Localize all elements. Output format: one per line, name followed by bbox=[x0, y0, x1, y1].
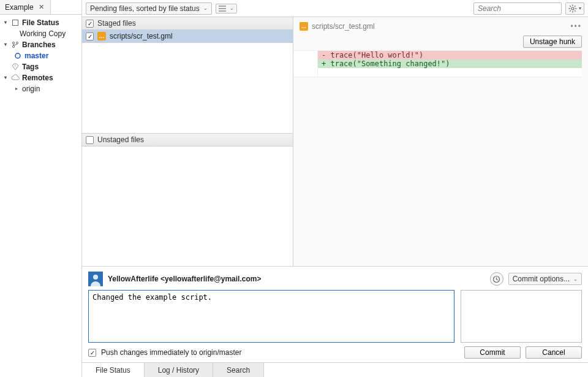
diff-text: - trace("Hello world!") bbox=[318, 51, 582, 59]
diff-line-removed: - trace("Hello world!") bbox=[293, 51, 582, 59]
commit-side-panel bbox=[461, 290, 582, 343]
sidebar-label: origin bbox=[22, 84, 40, 94]
chevron-down-icon: ⌄ bbox=[573, 276, 578, 282]
sidebar-item-tags[interactable]: Tags bbox=[2, 61, 79, 72]
file-row[interactable]: … scripts/scr_test.gml bbox=[82, 30, 293, 43]
chevron-down-icon: ▾ bbox=[579, 6, 581, 11]
sidebar-label: File Status bbox=[22, 18, 59, 28]
svg-point-4 bbox=[15, 53, 20, 58]
sidebar-item-file-status[interactable]: ▾ File Status bbox=[2, 17, 79, 28]
chevron-down-icon: ▾ bbox=[2, 18, 9, 28]
push-label: Push changes immediately to origin/maste… bbox=[101, 348, 241, 357]
sidebar-item-working-copy[interactable]: Working Copy bbox=[2, 28, 79, 39]
bottom-tabs: File Status Log / History Search bbox=[82, 362, 588, 377]
filter-dropdown[interactable]: Pending files, sorted by file status ⌄ bbox=[86, 2, 212, 15]
unstaged-header: Unstaged files bbox=[82, 134, 293, 147]
sidebar-label: Remotes bbox=[22, 73, 53, 83]
sidebar-label: master bbox=[24, 51, 48, 61]
search-input[interactable] bbox=[477, 4, 571, 13]
diff-body: - trace("Hello world!") + trace("Somethi… bbox=[293, 50, 582, 77]
file-panes: Staged files … scripts/scr_test.gml Unst… bbox=[82, 17, 293, 266]
file-modified-icon: … bbox=[300, 22, 308, 31]
svg-line-16 bbox=[570, 6, 571, 7]
file-modified-icon: … bbox=[97, 32, 106, 40]
svg-line-18 bbox=[575, 6, 576, 7]
diff-header: … scripts/scr_test.gml ••• bbox=[293, 17, 588, 33]
main-area: Pending files, sorted by file status ⌄ ⌄ bbox=[82, 0, 588, 377]
avatar bbox=[88, 272, 103, 286]
tag-icon bbox=[11, 63, 20, 71]
tab-label: File Status bbox=[96, 366, 130, 375]
cancel-button[interactable]: Cancel bbox=[526, 346, 582, 359]
diff-line-context bbox=[293, 68, 582, 77]
commit-author: YellowAfterlife <yellowafterlife@ymail.c… bbox=[108, 275, 261, 283]
search-box[interactable] bbox=[473, 2, 562, 15]
gear-icon bbox=[568, 4, 577, 13]
diff-file-path: scripts/scr_test.gml bbox=[312, 22, 375, 31]
staged-header: Staged files bbox=[82, 17, 293, 30]
chevron-down-icon: ⌄ bbox=[230, 6, 234, 11]
cloud-icon bbox=[11, 74, 20, 82]
diff-panel: … scripts/scr_test.gml ••• Unstage hunk … bbox=[293, 17, 588, 266]
filter-label: Pending files, sorted by file status bbox=[90, 4, 200, 13]
svg-point-11 bbox=[571, 7, 574, 10]
chevron-down-icon: ▾ bbox=[2, 73, 9, 83]
close-icon[interactable]: ✕ bbox=[37, 3, 45, 11]
view-mode-dropdown[interactable]: ⌄ bbox=[216, 4, 237, 13]
staged-header-label: Staged files bbox=[97, 19, 136, 28]
svg-line-17 bbox=[575, 10, 576, 12]
tab-file-status[interactable]: File Status bbox=[82, 363, 145, 377]
commit-options-label: Commit options... bbox=[513, 275, 570, 283]
sidebar-tree: ▾ File Status Working Copy ▾ Branches bbox=[0, 15, 81, 97]
svg-point-5 bbox=[15, 65, 16, 66]
current-branch-icon bbox=[13, 51, 22, 60]
tab-log-history[interactable]: Log / History bbox=[145, 363, 213, 377]
toolbar: Pending files, sorted by file status ⌄ ⌄ bbox=[82, 0, 588, 17]
sidebar-label: Working Copy bbox=[20, 29, 66, 39]
commit-message-input[interactable] bbox=[88, 290, 454, 343]
settings-button[interactable]: ▾ bbox=[565, 2, 584, 15]
sidebar-item-origin[interactable]: ▸ origin bbox=[2, 83, 79, 94]
history-button[interactable] bbox=[490, 272, 503, 286]
list-icon bbox=[219, 6, 226, 12]
sidebar-label: Tags bbox=[22, 62, 39, 72]
diff-text: + trace("Something changed!") bbox=[318, 59, 582, 68]
file-checkbox[interactable] bbox=[86, 32, 94, 40]
svg-point-21 bbox=[93, 275, 98, 280]
repo-tab-label: Example bbox=[5, 3, 34, 12]
sidebar-item-branches[interactable]: ▾ Branches bbox=[2, 39, 79, 50]
sidebar: Example ✕ ▾ File Status Working Copy ▾ B… bbox=[0, 0, 82, 377]
push-immediately-checkbox[interactable] bbox=[88, 349, 96, 357]
repo-tab-bar: Example ✕ bbox=[0, 0, 81, 15]
repo-tab[interactable]: Example ✕ bbox=[0, 0, 51, 14]
commit-options-dropdown[interactable]: Commit options... ⌄ bbox=[508, 273, 582, 285]
tab-label: Search bbox=[227, 366, 250, 375]
sidebar-item-master[interactable]: master bbox=[2, 50, 79, 61]
chevron-down-icon: ▾ bbox=[2, 40, 9, 50]
unstaged-header-label: Unstaged files bbox=[97, 135, 144, 144]
svg-point-1 bbox=[12, 42, 14, 44]
svg-line-19 bbox=[570, 10, 571, 12]
commit-button[interactable]: Commit bbox=[464, 346, 521, 359]
chevron-down-icon: ⌄ bbox=[203, 6, 208, 11]
tab-search[interactable]: Search bbox=[213, 363, 264, 377]
unstage-hunk-button[interactable]: Unstage hunk bbox=[523, 36, 582, 48]
sidebar-label: Branches bbox=[22, 40, 56, 50]
svg-point-2 bbox=[16, 42, 18, 44]
svg-point-3 bbox=[12, 45, 14, 47]
staged-checkbox[interactable] bbox=[86, 20, 94, 28]
sidebar-item-remotes[interactable]: ▾ Remotes bbox=[2, 72, 79, 83]
file-status-icon bbox=[11, 18, 20, 27]
more-icon[interactable]: ••• bbox=[570, 22, 582, 31]
file-path: scripts/scr_test.gml bbox=[110, 32, 173, 40]
commit-area: YellowAfterlife <yellowafterlife@ymail.c… bbox=[82, 266, 588, 362]
unstaged-checkbox[interactable] bbox=[86, 136, 94, 144]
branch-icon bbox=[11, 40, 20, 49]
tab-label: Log / History bbox=[158, 366, 199, 375]
diff-line-added: + trace("Something changed!") bbox=[293, 59, 582, 68]
chevron-right-icon: ▸ bbox=[13, 84, 20, 94]
svg-rect-0 bbox=[13, 20, 18, 26]
